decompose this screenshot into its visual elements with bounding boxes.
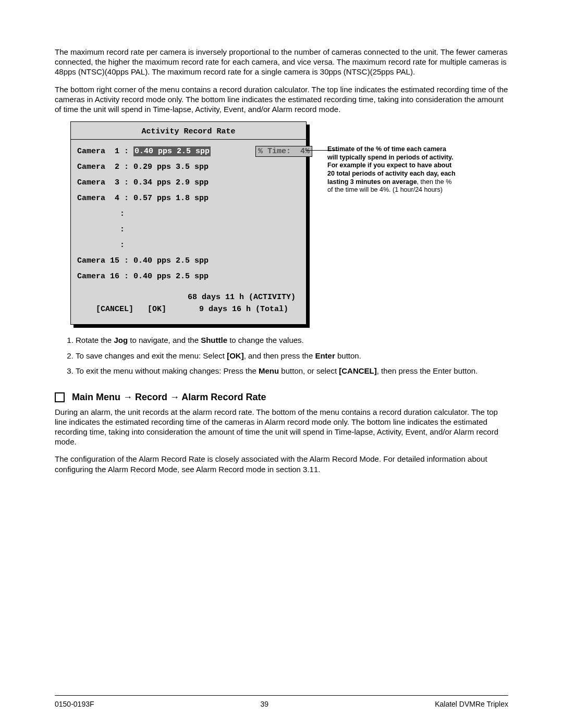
checkbox-icon	[55, 392, 65, 402]
annotation-connector	[305, 150, 338, 151]
camera-row: Camera 4 : 0.57 pps 1.8 spp	[77, 194, 300, 203]
cancel-button[interactable]: [CANCEL]	[96, 305, 133, 314]
section-heading: Main Menu → Record → Alarm Record Rate	[55, 392, 508, 403]
camera-values: 0.40 pps 2.5 spp	[133, 256, 209, 265]
time-annotation: Estimate of the % of time each camera wi…	[327, 145, 458, 194]
camera-label: Camera 4 :	[77, 194, 133, 203]
section-paragraph-1: During an alarm, the unit records at the…	[55, 407, 508, 447]
instruction-item: To save changes and exit the menu: Selec…	[76, 351, 508, 361]
camera-label: Camera 3 :	[77, 178, 133, 187]
footer-page-number: 39	[261, 700, 269, 708]
duration-total-line: 9 days 16 h (Total)	[199, 305, 288, 314]
camera-row: Camera 1 : 0.40 pps 2.5 spp% Time: 4%	[77, 147, 300, 156]
instruction-list: Rotate the Jog to navigate, and the Shut…	[65, 335, 508, 376]
footer-rule	[55, 695, 508, 696]
camera-row: Camera 3 : 0.34 pps 2.9 spp	[77, 178, 300, 188]
percent-time-box[interactable]: % Time: 4%	[255, 146, 312, 157]
section-paragraph-2: The configuration of the Alarm Record Ra…	[55, 454, 508, 474]
row-ellipsis: :	[77, 241, 300, 250]
camera-values: 0.57 pps 1.8 spp	[133, 194, 209, 203]
row-ellipsis: :	[77, 225, 300, 235]
camera-label: Camera 2 :	[77, 163, 133, 171]
camera-values: 0.34 pps 2.9 spp	[133, 178, 209, 187]
duration-activity-line: 68 days 11 h (ACTIVITY)	[77, 293, 300, 302]
instruction-item: Rotate the Jog to navigate, and the Shut…	[76, 335, 508, 346]
camera-values[interactable]: 0.40 pps 2.5 spp	[133, 146, 211, 156]
camera-label: Camera 1 :	[77, 147, 133, 156]
camera-label: Camera 16 :	[77, 272, 133, 281]
ok-button[interactable]: [OK]	[148, 305, 166, 314]
menu-title: Activity Record Rate	[71, 122, 306, 140]
footer-product-name: Kalatel DVMRe Triplex	[435, 700, 508, 708]
menu-panel: Activity Record Rate Camera 1 : 0.40 pps…	[70, 121, 307, 325]
camera-row: Camera 2 : 0.29 pps 3.5 spp	[77, 163, 300, 172]
footer-doc-id: 0150-0193F	[55, 700, 94, 708]
instruction-item: To exit the menu without making changes:…	[76, 366, 508, 376]
row-ellipsis: :	[77, 209, 300, 219]
intro-paragraph-1: The maximum record rate per camera is in…	[55, 47, 508, 77]
camera-values: 0.29 pps 3.5 spp	[133, 163, 209, 171]
camera-row: Camera 16 : 0.40 pps 2.5 spp	[77, 272, 300, 281]
intro-paragraph-2: The bottom right corner of the menu cont…	[55, 84, 508, 115]
camera-row: Camera 15 : 0.40 pps 2.5 spp	[77, 256, 300, 266]
camera-values: 0.40 pps 2.5 spp	[133, 272, 209, 281]
camera-label: Camera 15 :	[77, 256, 133, 265]
